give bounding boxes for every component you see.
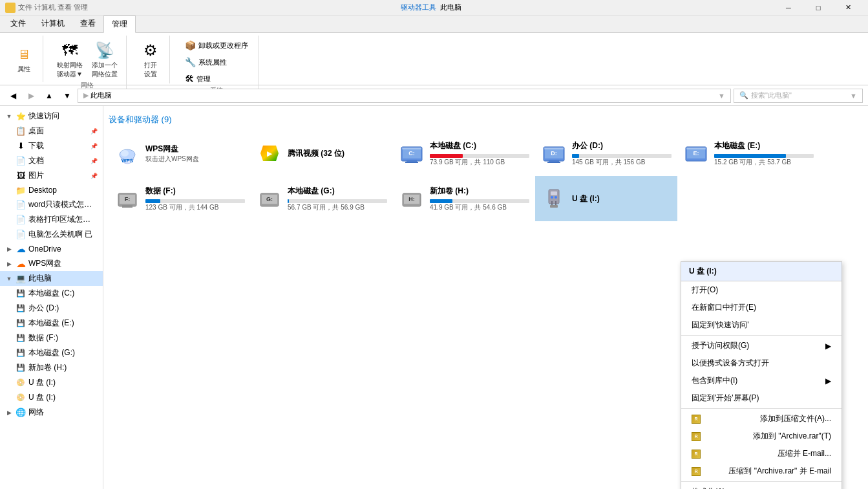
sidebar-item-d[interactable]: 💾 办公 (D:) <box>0 301 103 316</box>
cm-portable-label: 以便携式设备方式打开 <box>692 358 769 369</box>
sidebar-item-print[interactable]: 📄 表格打印区域怎么设 <box>0 212 103 227</box>
sidebar-item-f[interactable]: 💾 数据 (F:) <box>0 331 103 345</box>
cm-open-new-window-label: 在新窗口中打开(E) <box>692 302 756 313</box>
cm-compress-email[interactable]: R 压缩并 E-mail... <box>681 445 842 462</box>
sidebar-item-quick-access[interactable]: ▼ ⭐ 快速访问 <box>0 109 103 124</box>
cm-open-new-window[interactable]: 在新窗口中打开(E) <box>681 299 842 316</box>
sidebar-item-desktop[interactable]: 📋 桌面 📌 <box>0 124 103 138</box>
drive-f[interactable]: F: 数据 (F:) 123 GB 可用，共 144 GB <box>109 176 251 221</box>
sidebar-item-e[interactable]: 💾 本地磁盘 (E:) <box>0 316 103 331</box>
close-button[interactable]: ✕ <box>833 0 863 16</box>
cm-add-archive[interactable]: R 添加到压缩文件(A)... <box>681 410 842 428</box>
rar-icon3: R <box>692 450 701 459</box>
sidebar-item-desktop2[interactable]: 📁 Desktop <box>0 183 103 197</box>
search-field[interactable]: 🔍 搜索"此电脑" ▼ <box>734 89 863 103</box>
map-drive-label: 映射网络驱动器▼ <box>57 61 83 79</box>
ribbon-group-open: ⚙ 打开设置 <box>132 36 170 83</box>
sidebar-item-downloads[interactable]: ⬇ 下载 📌 <box>0 138 103 153</box>
ribbon-btn-add-location[interactable]: 📡 添加一个网络位置 <box>89 38 121 81</box>
drive-f-icon: 💾 <box>16 333 26 343</box>
sidebar-item-onedrive[interactable]: ▶ ☁ OneDrive <box>0 242 103 256</box>
search-icon: 🔍 <box>739 91 748 100</box>
cm-portable[interactable]: 以便携式设备方式打开 <box>681 354 842 372</box>
sidebar-item-wps-cloud[interactable]: ▶ ☁ WPS网盘 <box>0 256 103 271</box>
back-button[interactable]: ◀ <box>5 88 21 103</box>
drive-d-info: 办公 (D:) 145 GB 可用，共 156 GB <box>572 140 672 167</box>
title-bar-left: 文件 计算机 查看 管理 <box>5 3 88 13</box>
docs-label: 文档 <box>28 155 88 166</box>
cm-pin-start[interactable]: 固定到'开始'屏幕(P) <box>681 389 842 407</box>
drive-wps-cloud[interactable]: WPS WPS网盘 双击进入WPS网盘 <box>109 131 251 176</box>
sidebar-item-i2[interactable]: 📀 U 盘 (I:) <box>0 390 103 405</box>
sidebar-item-c[interactable]: 💾 本地磁盘 (C:) <box>0 286 103 301</box>
sidebar-item-network[interactable]: ▶ 🌐 网络 <box>0 405 103 420</box>
drive-usb[interactable]: U 盘 (I:) <box>535 176 677 221</box>
sidebar-item-i1[interactable]: 📀 U 盘 (I:) <box>0 375 103 390</box>
ribbon-btn-sys-props[interactable]: 🔧 系统属性 <box>180 55 231 69</box>
drive-g[interactable]: G: 本地磁盘 (G:) 56.7 GB 可用，共 56.9 GB <box>251 176 393 221</box>
maximize-button[interactable]: □ <box>803 0 833 16</box>
tab-view[interactable]: 查看 <box>72 16 103 32</box>
onedrive-expand: ▶ <box>5 245 13 253</box>
usb-info: U 盘 (I:) <box>572 193 672 204</box>
svg-rect-24 <box>122 205 132 208</box>
wps-expand: ▶ <box>5 260 13 268</box>
drive-e-info: 本地磁盘 (E:) 15.2 GB 可用，共 53.7 GB <box>714 140 814 167</box>
cm-compress-rar-email[interactable]: R 压缩到 "Archive.rar" 并 E-mail <box>681 462 842 480</box>
drive-e[interactable]: E: 本地磁盘 (E:) 15.2 GB 可用，共 53.7 GB <box>677 131 820 176</box>
drive-c-info: 本地磁盘 (C:) 73.9 GB 可用，共 110 GB <box>430 140 529 167</box>
cm-add-rar[interactable]: R 添加到 "Archive.rar"(T) <box>681 428 842 445</box>
drive-h[interactable]: H: 新加卷 (H:) 41.9 GB 可用，共 54.6 GB <box>393 176 535 221</box>
svg-point-38 <box>555 196 557 199</box>
sidebar-item-h[interactable]: 💾 新加卷 (H:) <box>0 360 103 375</box>
drive-tencent[interactable]: ▶ 腾讯视频 (32 位) <box>251 131 393 176</box>
sidebar-item-shutdown[interactable]: 📄 电脑怎么关机啊 已 <box>0 227 103 242</box>
network-label: 网络 <box>28 407 98 418</box>
tencent-icon: ▶ <box>257 140 282 166</box>
desktop-icon: 📋 <box>16 126 26 136</box>
ribbon-btn-uninstall[interactable]: 📦 卸载或更改程序 <box>180 38 253 52</box>
cm-pin-quick[interactable]: 固定到'快速访问' <box>681 316 842 334</box>
cm-include-library[interactable]: 包含到库中(I) ▶ <box>681 372 842 389</box>
word-icon: 📄 <box>16 200 26 210</box>
up-button[interactable]: ▲ <box>41 88 57 103</box>
forward-button[interactable]: ▶ <box>23 88 39 103</box>
desktop2-label: Desktop <box>28 186 98 195</box>
cm-pin-quick-label: 固定到'快速访问' <box>692 320 749 331</box>
context-menu: U 盘 (I:) 打开(O) 在新窗口中打开(E) 固定到'快速访问' 授予访问… <box>681 261 842 489</box>
drive-c[interactable]: C: 本地磁盘 (C:) 73.9 GB 可用，共 110 GB <box>393 131 535 176</box>
tab-file[interactable]: 文件 <box>3 16 34 32</box>
cm-grant-access[interactable]: 授予访问权限(G) ▶ <box>681 337 842 354</box>
this-pc-expand: ▼ <box>5 275 13 283</box>
drive-c-sub: 73.9 GB 可用，共 110 GB <box>430 158 529 167</box>
app-icon <box>5 3 16 13</box>
ribbon-btn-open-settings[interactable]: ⚙ 打开设置 <box>137 38 164 81</box>
ribbon-btn-properties[interactable]: 🖥 属性 <box>10 42 37 76</box>
drive-i1-icon: 📀 <box>16 378 26 388</box>
window-title: 驱动器工具 此电脑 <box>88 3 774 12</box>
map-drive-icon: 🗺 <box>59 40 80 61</box>
drive-h-sub: 41.9 GB 可用，共 54.6 GB <box>430 203 529 212</box>
svg-text:E:: E: <box>693 150 699 157</box>
sidebar-item-docs[interactable]: 📄 文档 📌 <box>0 153 103 168</box>
cm-format[interactable]: 格式化(A)... <box>681 483 842 489</box>
ribbon-btn-map-drive[interactable]: 🗺 映射网络驱动器▼ <box>54 38 86 81</box>
drive-d-label: 办公 (D:) <box>28 303 98 314</box>
context-menu-header: U 盘 (I:) <box>681 262 842 281</box>
sidebar-item-g[interactable]: 💾 本地磁盘 (G:) <box>0 345 103 360</box>
ribbon-content: 🖥 属性 🗺 映射网络驱动器▼ 📡 添加一个网络位置 网络 <box>0 33 868 85</box>
address-field[interactable]: ▶ 此电脑 ▼ <box>78 89 731 103</box>
minimize-button[interactable]: ─ <box>774 0 803 16</box>
svg-text:WPS: WPS <box>122 158 134 164</box>
pin-icon: 📌 <box>90 128 98 135</box>
tab-manage[interactable]: 管理 <box>103 16 136 33</box>
tab-computer[interactable]: 计算机 <box>34 16 72 32</box>
ribbon-btn-manage[interactable]: 🛠 管理 <box>180 72 215 86</box>
cm-open[interactable]: 打开(O) <box>681 281 842 299</box>
sidebar-item-pics[interactable]: 🖼 图片 📌 <box>0 168 103 183</box>
recent-button[interactable]: ▼ <box>59 88 75 103</box>
drive-d[interactable]: D: 办公 (D:) 145 GB 可用，共 156 GB <box>535 131 677 176</box>
manage-label: 管理 <box>196 74 211 84</box>
sidebar-item-word[interactable]: 📄 word只读模式怎么改 <box>0 197 103 212</box>
sidebar-item-this-pc[interactable]: ▼ 💻 此电脑 <box>0 271 103 286</box>
